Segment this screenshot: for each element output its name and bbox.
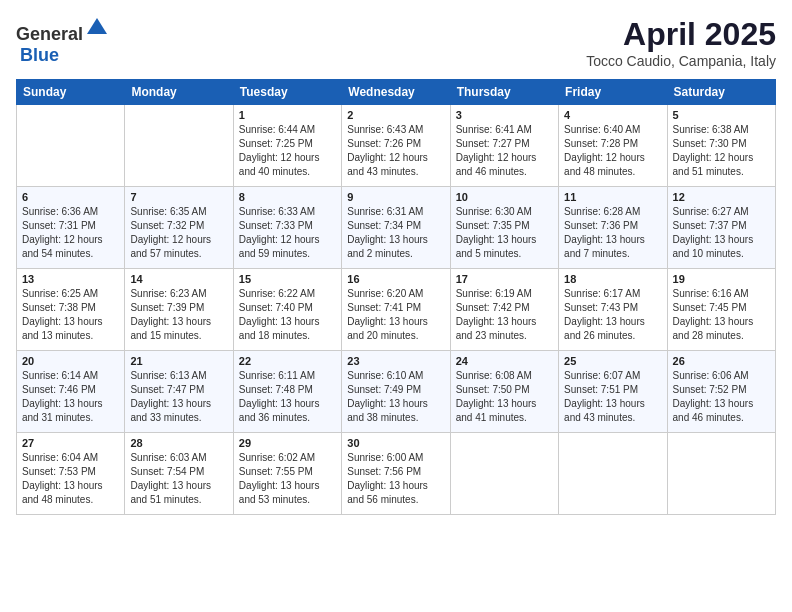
day-number: 4 xyxy=(564,109,661,121)
page-header: General Blue April 2025 Tocco Caudio, Ca… xyxy=(16,16,776,69)
day-number: 9 xyxy=(347,191,444,203)
day-info: Sunrise: 6:36 AM Sunset: 7:31 PM Dayligh… xyxy=(22,205,119,261)
weekday-header-row: SundayMondayTuesdayWednesdayThursdayFrid… xyxy=(17,80,776,105)
day-number: 17 xyxy=(456,273,553,285)
calendar-cell: 16Sunrise: 6:20 AM Sunset: 7:41 PM Dayli… xyxy=(342,269,450,351)
calendar-cell xyxy=(17,105,125,187)
day-number: 30 xyxy=(347,437,444,449)
calendar-cell: 25Sunrise: 6:07 AM Sunset: 7:51 PM Dayli… xyxy=(559,351,667,433)
calendar-cell: 30Sunrise: 6:00 AM Sunset: 7:56 PM Dayli… xyxy=(342,433,450,515)
day-number: 24 xyxy=(456,355,553,367)
day-number: 11 xyxy=(564,191,661,203)
calendar-cell: 1Sunrise: 6:44 AM Sunset: 7:25 PM Daylig… xyxy=(233,105,341,187)
day-info: Sunrise: 6:16 AM Sunset: 7:45 PM Dayligh… xyxy=(673,287,770,343)
calendar-cell: 9Sunrise: 6:31 AM Sunset: 7:34 PM Daylig… xyxy=(342,187,450,269)
calendar-cell: 18Sunrise: 6:17 AM Sunset: 7:43 PM Dayli… xyxy=(559,269,667,351)
day-info: Sunrise: 6:33 AM Sunset: 7:33 PM Dayligh… xyxy=(239,205,336,261)
calendar-cell: 10Sunrise: 6:30 AM Sunset: 7:35 PM Dayli… xyxy=(450,187,558,269)
calendar-cell: 22Sunrise: 6:11 AM Sunset: 7:48 PM Dayli… xyxy=(233,351,341,433)
day-info: Sunrise: 6:27 AM Sunset: 7:37 PM Dayligh… xyxy=(673,205,770,261)
calendar-cell: 17Sunrise: 6:19 AM Sunset: 7:42 PM Dayli… xyxy=(450,269,558,351)
day-number: 12 xyxy=(673,191,770,203)
calendar-cell: 27Sunrise: 6:04 AM Sunset: 7:53 PM Dayli… xyxy=(17,433,125,515)
calendar-cell: 11Sunrise: 6:28 AM Sunset: 7:36 PM Dayli… xyxy=(559,187,667,269)
calendar-cell: 7Sunrise: 6:35 AM Sunset: 7:32 PM Daylig… xyxy=(125,187,233,269)
calendar-table: SundayMondayTuesdayWednesdayThursdayFrid… xyxy=(16,79,776,515)
day-info: Sunrise: 6:04 AM Sunset: 7:53 PM Dayligh… xyxy=(22,451,119,507)
day-number: 26 xyxy=(673,355,770,367)
weekday-header: Saturday xyxy=(667,80,775,105)
day-number: 21 xyxy=(130,355,227,367)
day-number: 16 xyxy=(347,273,444,285)
day-info: Sunrise: 6:19 AM Sunset: 7:42 PM Dayligh… xyxy=(456,287,553,343)
week-row: 27Sunrise: 6:04 AM Sunset: 7:53 PM Dayli… xyxy=(17,433,776,515)
day-number: 18 xyxy=(564,273,661,285)
title-block: April 2025 Tocco Caudio, Campania, Italy xyxy=(586,16,776,69)
day-number: 20 xyxy=(22,355,119,367)
calendar-cell: 3Sunrise: 6:41 AM Sunset: 7:27 PM Daylig… xyxy=(450,105,558,187)
svg-marker-0 xyxy=(87,18,107,34)
day-number: 7 xyxy=(130,191,227,203)
day-info: Sunrise: 6:20 AM Sunset: 7:41 PM Dayligh… xyxy=(347,287,444,343)
day-number: 27 xyxy=(22,437,119,449)
week-row: 1Sunrise: 6:44 AM Sunset: 7:25 PM Daylig… xyxy=(17,105,776,187)
day-info: Sunrise: 6:10 AM Sunset: 7:49 PM Dayligh… xyxy=(347,369,444,425)
calendar-cell: 5Sunrise: 6:38 AM Sunset: 7:30 PM Daylig… xyxy=(667,105,775,187)
day-info: Sunrise: 6:35 AM Sunset: 7:32 PM Dayligh… xyxy=(130,205,227,261)
weekday-header: Tuesday xyxy=(233,80,341,105)
calendar-cell xyxy=(450,433,558,515)
calendar-cell: 19Sunrise: 6:16 AM Sunset: 7:45 PM Dayli… xyxy=(667,269,775,351)
day-info: Sunrise: 6:25 AM Sunset: 7:38 PM Dayligh… xyxy=(22,287,119,343)
calendar-cell: 21Sunrise: 6:13 AM Sunset: 7:47 PM Dayli… xyxy=(125,351,233,433)
day-info: Sunrise: 6:17 AM Sunset: 7:43 PM Dayligh… xyxy=(564,287,661,343)
day-info: Sunrise: 6:31 AM Sunset: 7:34 PM Dayligh… xyxy=(347,205,444,261)
day-number: 2 xyxy=(347,109,444,121)
calendar-cell: 12Sunrise: 6:27 AM Sunset: 7:37 PM Dayli… xyxy=(667,187,775,269)
day-number: 23 xyxy=(347,355,444,367)
calendar-cell: 2Sunrise: 6:43 AM Sunset: 7:26 PM Daylig… xyxy=(342,105,450,187)
day-info: Sunrise: 6:02 AM Sunset: 7:55 PM Dayligh… xyxy=(239,451,336,507)
week-row: 13Sunrise: 6:25 AM Sunset: 7:38 PM Dayli… xyxy=(17,269,776,351)
day-info: Sunrise: 6:06 AM Sunset: 7:52 PM Dayligh… xyxy=(673,369,770,425)
day-number: 10 xyxy=(456,191,553,203)
calendar-cell: 20Sunrise: 6:14 AM Sunset: 7:46 PM Dayli… xyxy=(17,351,125,433)
calendar-cell: 26Sunrise: 6:06 AM Sunset: 7:52 PM Dayli… xyxy=(667,351,775,433)
week-row: 6Sunrise: 6:36 AM Sunset: 7:31 PM Daylig… xyxy=(17,187,776,269)
logo: General Blue xyxy=(16,16,109,66)
day-info: Sunrise: 6:08 AM Sunset: 7:50 PM Dayligh… xyxy=(456,369,553,425)
calendar-cell: 29Sunrise: 6:02 AM Sunset: 7:55 PM Dayli… xyxy=(233,433,341,515)
day-info: Sunrise: 6:40 AM Sunset: 7:28 PM Dayligh… xyxy=(564,123,661,179)
weekday-header: Wednesday xyxy=(342,80,450,105)
day-number: 8 xyxy=(239,191,336,203)
month-title: April 2025 xyxy=(586,16,776,53)
logo-general: General xyxy=(16,24,83,44)
calendar-cell: 24Sunrise: 6:08 AM Sunset: 7:50 PM Dayli… xyxy=(450,351,558,433)
calendar-cell: 13Sunrise: 6:25 AM Sunset: 7:38 PM Dayli… xyxy=(17,269,125,351)
day-number: 25 xyxy=(564,355,661,367)
day-info: Sunrise: 6:14 AM Sunset: 7:46 PM Dayligh… xyxy=(22,369,119,425)
calendar-cell xyxy=(559,433,667,515)
logo-text: General Blue xyxy=(16,16,109,66)
day-info: Sunrise: 6:23 AM Sunset: 7:39 PM Dayligh… xyxy=(130,287,227,343)
day-info: Sunrise: 6:07 AM Sunset: 7:51 PM Dayligh… xyxy=(564,369,661,425)
calendar-cell xyxy=(667,433,775,515)
day-info: Sunrise: 6:30 AM Sunset: 7:35 PM Dayligh… xyxy=(456,205,553,261)
day-info: Sunrise: 6:44 AM Sunset: 7:25 PM Dayligh… xyxy=(239,123,336,179)
day-number: 19 xyxy=(673,273,770,285)
calendar-cell: 14Sunrise: 6:23 AM Sunset: 7:39 PM Dayli… xyxy=(125,269,233,351)
day-number: 6 xyxy=(22,191,119,203)
weekday-header: Friday xyxy=(559,80,667,105)
day-info: Sunrise: 6:41 AM Sunset: 7:27 PM Dayligh… xyxy=(456,123,553,179)
calendar-cell: 8Sunrise: 6:33 AM Sunset: 7:33 PM Daylig… xyxy=(233,187,341,269)
location-title: Tocco Caudio, Campania, Italy xyxy=(586,53,776,69)
day-number: 28 xyxy=(130,437,227,449)
calendar-cell: 4Sunrise: 6:40 AM Sunset: 7:28 PM Daylig… xyxy=(559,105,667,187)
day-number: 1 xyxy=(239,109,336,121)
day-number: 3 xyxy=(456,109,553,121)
calendar-cell: 23Sunrise: 6:10 AM Sunset: 7:49 PM Dayli… xyxy=(342,351,450,433)
day-info: Sunrise: 6:13 AM Sunset: 7:47 PM Dayligh… xyxy=(130,369,227,425)
day-info: Sunrise: 6:43 AM Sunset: 7:26 PM Dayligh… xyxy=(347,123,444,179)
day-info: Sunrise: 6:11 AM Sunset: 7:48 PM Dayligh… xyxy=(239,369,336,425)
logo-blue: Blue xyxy=(20,45,59,65)
weekday-header: Thursday xyxy=(450,80,558,105)
